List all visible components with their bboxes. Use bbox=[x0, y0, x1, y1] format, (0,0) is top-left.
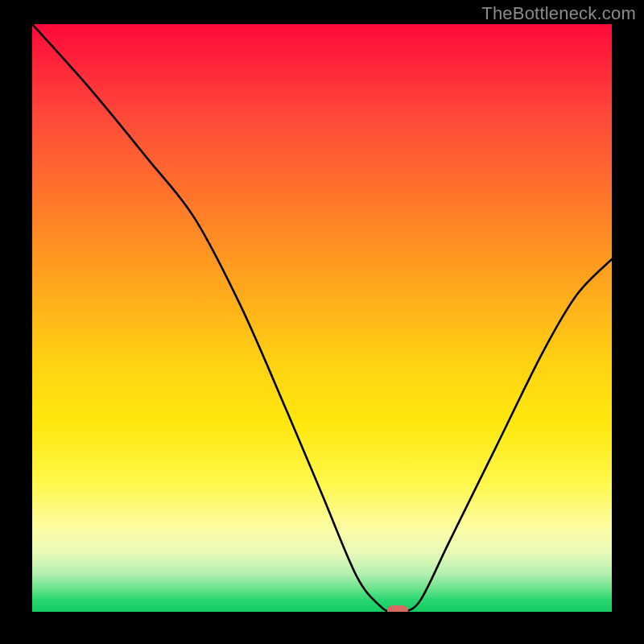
bottleneck-curve bbox=[32, 24, 612, 612]
optimal-point-marker bbox=[387, 605, 408, 613]
chart-frame: TheBottleneck.com bbox=[0, 0, 644, 644]
watermark-text: TheBottleneck.com bbox=[481, 3, 636, 24]
plot-area bbox=[32, 24, 612, 612]
